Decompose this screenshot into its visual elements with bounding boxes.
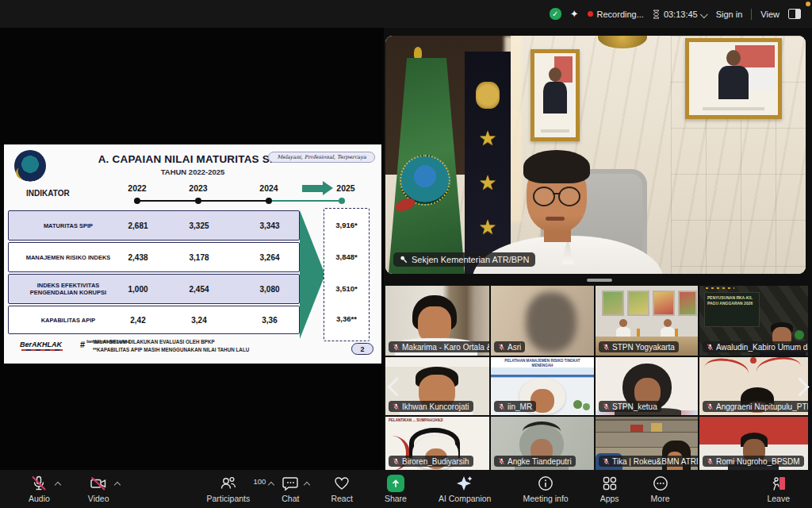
- participant-name-tag: Awaludin_Kabiro Umum da...: [703, 341, 808, 352]
- share-button[interactable]: Share: [381, 475, 410, 503]
- apps-button[interactable]: Apps: [597, 475, 622, 503]
- emblem-wing: [393, 196, 416, 214]
- more-icon: [652, 475, 669, 492]
- recording-label: Recording...: [597, 10, 644, 19]
- apps-label: Apps: [600, 494, 619, 503]
- participant-name: Makarima - Karo Ortala & MR: [402, 343, 489, 352]
- year-2022: 2022: [113, 183, 161, 193]
- participant-name: Tika | Rokeu&BMN ATRBPN: [612, 457, 698, 466]
- participants-button[interactable]: Participants 100: [203, 475, 253, 503]
- participant-tile[interactable]: PELANTIKAN ... SUMPAH/JANJI Biroren_Budi…: [385, 417, 489, 470]
- apps-icon: [601, 475, 619, 492]
- presentation-slide: A. CAPAIAN NILAI MATURITAS SPIP TAHUN 20…: [4, 144, 381, 364]
- security-shield-icon[interactable]: ✓: [550, 8, 561, 20]
- meeting-timer[interactable]: 03:13:45: [653, 10, 707, 19]
- participant-tile[interactable]: Makarima - Karo Ortala & MR: [385, 286, 489, 356]
- participant-name-tag: Angke Tiandeputri: [494, 456, 576, 467]
- participant-name-tag: Ikhwan Kuncorojati: [389, 401, 473, 412]
- participant-tile[interactable]: STPN_ketua: [596, 357, 698, 415]
- participant-tile[interactable]: PELATIHAN MANAJEMEN RISIKO TINGKAT MENEN…: [491, 357, 594, 415]
- speaker-hair: [523, 150, 590, 183]
- participant-tile[interactable]: Tika | Rokeu&BMN ATRBPN: [596, 417, 698, 470]
- berakhlak-logo: BerAKHLAK: [20, 341, 62, 348]
- sign-in-button[interactable]: Sign in: [716, 10, 743, 19]
- muted-mic-icon: [603, 343, 610, 352]
- participants-count: 100: [253, 477, 266, 486]
- ai-companion-button[interactable]: AI Companion: [435, 475, 495, 503]
- participant-name-tag: Biroren_Budiyarsih: [389, 456, 473, 467]
- cell-value: 3,343: [242, 211, 297, 240]
- zoom-meeting-window: ✓ ✦ Recording... 03:13:45 Sign in View A…: [0, 0, 812, 508]
- video-button[interactable]: Video: [85, 475, 113, 503]
- timeline-dot: [134, 198, 140, 204]
- participant-name-tag: Makarima - Karo Ortala & MR: [389, 341, 489, 352]
- participant-tile[interactable]: Romi Nugroho_BPSDM: [699, 417, 808, 470]
- muted-mic-icon: [498, 457, 505, 466]
- meeting-toolbar: Audio Video Pa: [0, 470, 812, 508]
- ai-sparkle-icon[interactable]: ✦: [570, 8, 579, 20]
- separator: [751, 9, 752, 20]
- participant-tile[interactable]: Asri: [491, 286, 594, 356]
- cell-value-2025: 3,848*: [324, 252, 369, 261]
- recording-indicator[interactable]: Recording...: [588, 10, 644, 19]
- gold-star-icon: ★: [465, 172, 511, 193]
- cell-value: 2,454: [171, 275, 227, 303]
- speaker-name-tag: Sekjen Kementerian ATR/BPN: [393, 252, 535, 267]
- participant-tile[interactable]: STPN Yogyakarta: [596, 286, 698, 356]
- year-2024: 2024: [245, 183, 293, 193]
- muted-mic-icon: [603, 402, 610, 411]
- heart-icon: [333, 475, 350, 492]
- footnote-1: *NILAI BELUM DILAKUKAN EVALUASI OLEH BPK…: [93, 338, 249, 346]
- participant-tile[interactable]: Angke Tiandeputri: [491, 417, 594, 470]
- muted-mic-icon: [707, 402, 714, 411]
- participant-name: Angke Tiandeputri: [508, 457, 572, 466]
- panel-resize-handle[interactable]: [587, 279, 612, 282]
- audio-button[interactable]: Audio: [25, 475, 53, 503]
- cell-value: 3,264: [242, 243, 297, 271]
- cell-value-2025: 3,36**: [324, 314, 369, 323]
- participant-tile[interactable]: PENYUSUNAN RKA-K/L PAGU ANGGARAN 2026 Aw…: [699, 286, 808, 356]
- participant-name: Romi Nugroho_BPSDM: [716, 457, 800, 466]
- participants-label: Participants: [206, 494, 250, 503]
- chat-options-chevron[interactable]: [304, 482, 310, 488]
- meeting-info-button[interactable]: Meeting info: [519, 475, 571, 503]
- hash-glyph: #: [80, 340, 85, 349]
- muted-mic-icon: [498, 402, 505, 411]
- chevron-down-icon: [700, 10, 708, 18]
- ai-companion-icon: [455, 475, 474, 492]
- participant-name-tag: iin_MR: [494, 401, 536, 412]
- cell-value: 3,080: [242, 275, 297, 303]
- react-button[interactable]: React: [327, 475, 355, 503]
- slide-subtitle: TAHUN 2022-2025: [4, 167, 381, 176]
- top-bar: ✓ ✦ Recording... 03:13:45 Sign in View: [0, 0, 812, 28]
- muted-mic-icon: [393, 343, 400, 352]
- muted-mic-icon: [707, 343, 714, 352]
- participants-options-chevron[interactable]: [268, 482, 274, 488]
- participant-name: iin_MR: [508, 402, 532, 411]
- video-label: Video: [88, 494, 109, 503]
- participant-name: Anggraeni Napitupulu_PTPP: [716, 402, 808, 411]
- share-label: Share: [385, 494, 407, 503]
- participant-name: STPN_ketua: [612, 402, 657, 411]
- leave-button[interactable]: Leave: [764, 475, 793, 503]
- speaker-name: Sekjen Kementerian ATR/BPN: [412, 255, 529, 264]
- audio-label: Audio: [29, 494, 50, 503]
- indicator-header: INDIKATOR: [26, 189, 70, 198]
- view-layout-icon[interactable]: [788, 9, 801, 19]
- video-options-chevron[interactable]: [113, 482, 120, 488]
- ai-companion-label: AI Companion: [439, 494, 492, 503]
- table-row: KAPABILITAS APIP 2,42 3,24 3,36: [8, 306, 300, 334]
- chat-button[interactable]: Chat: [278, 475, 302, 503]
- cell-value: 1,000: [110, 275, 166, 303]
- screen-share-region[interactable]: A. CAPAIAN NILAI MATURITAS SPIP TAHUN 20…: [0, 28, 384, 470]
- flagpole-tip: [414, 47, 422, 58]
- more-button[interactable]: More: [648, 475, 673, 503]
- view-button[interactable]: View: [760, 10, 779, 19]
- chat-label: Chat: [282, 494, 299, 503]
- main-speaker-video[interactable]: ★ ★ ★ ★ Sekjen Kementerian ATR/BPN: [385, 36, 806, 274]
- star-pennant: ★ ★ ★ ★: [465, 52, 511, 274]
- pin-icon: [400, 255, 408, 264]
- audio-options-chevron[interactable]: [55, 482, 61, 488]
- muted-mic-icon: [603, 457, 610, 466]
- cell-value: 3,36: [242, 306, 297, 333]
